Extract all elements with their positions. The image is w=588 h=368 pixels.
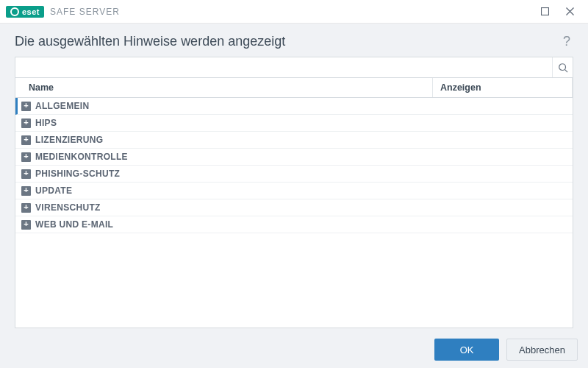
header: Die ausgewählten Hinweise werden angezei…	[0, 24, 588, 57]
row-label: UPDATE	[35, 185, 72, 196]
help-button[interactable]: ?	[560, 34, 573, 49]
table-row[interactable]: LIZENZIERUNG	[15, 132, 573, 149]
table-header: Name Anzeigen	[15, 78, 573, 98]
expand-icon[interactable]	[21, 186, 31, 196]
svg-point-1	[559, 63, 565, 70]
row-label: HIPS	[35, 118, 57, 128]
ok-button[interactable]: OK	[434, 339, 499, 361]
table-row[interactable]: WEB UND E-MAIL	[15, 216, 573, 233]
expand-icon[interactable]	[21, 220, 31, 230]
table-row[interactable]: VIRENSCHUTZ	[15, 199, 573, 216]
table-row[interactable]: ALLGEMEIN	[15, 98, 573, 115]
expand-icon[interactable]	[21, 152, 31, 162]
table-row[interactable]: PHISHING-SCHUTZ	[15, 166, 573, 183]
footer: OK Abbrechen	[0, 331, 588, 368]
expand-icon[interactable]	[21, 169, 31, 179]
titlebar: eset SAFE SERVER	[0, 0, 588, 24]
row-label: ALLGEMEIN	[35, 101, 89, 111]
close-icon	[566, 7, 574, 15]
search-input[interactable]	[15, 57, 552, 77]
search-button[interactable]	[552, 57, 573, 77]
table-row[interactable]: MEDIENKONTROLLE	[15, 149, 573, 166]
row-label: VIRENSCHUTZ	[35, 202, 101, 213]
window-maximize-button[interactable]	[532, 0, 557, 24]
brand-product: SAFE SERVER	[50, 7, 120, 17]
row-label: MEDIENKONTROLLE	[35, 152, 128, 162]
expand-icon[interactable]	[21, 135, 31, 145]
row-label: WEB UND E-MAIL	[35, 219, 113, 230]
table-body: ALLGEMEINHIPSLIZENZIERUNGMEDIENKONTROLLE…	[15, 98, 573, 328]
brand-badge: eset	[6, 6, 44, 18]
row-label: LIZENZIERUNG	[35, 135, 103, 145]
cancel-button[interactable]: Abbrechen	[506, 339, 578, 361]
table-row[interactable]: HIPS	[15, 115, 573, 132]
table-row[interactable]: UPDATE	[15, 183, 573, 199]
page-title: Die ausgewählten Hinweise werden angezei…	[15, 34, 285, 49]
column-header-show[interactable]: Anzeigen	[433, 78, 573, 97]
search-row	[15, 57, 573, 78]
expand-icon[interactable]	[21, 203, 31, 213]
hints-table: Name Anzeigen ALLGEMEINHIPSLIZENZIERUNGM…	[15, 78, 573, 328]
expand-icon[interactable]	[21, 118, 31, 128]
window-close-button[interactable]	[557, 0, 582, 24]
svg-rect-0	[541, 8, 548, 15]
column-header-name[interactable]: Name	[15, 78, 433, 97]
expand-icon[interactable]	[21, 102, 31, 111]
maximize-icon	[541, 7, 549, 15]
search-icon	[558, 63, 568, 73]
row-label: PHISHING-SCHUTZ	[35, 169, 120, 179]
